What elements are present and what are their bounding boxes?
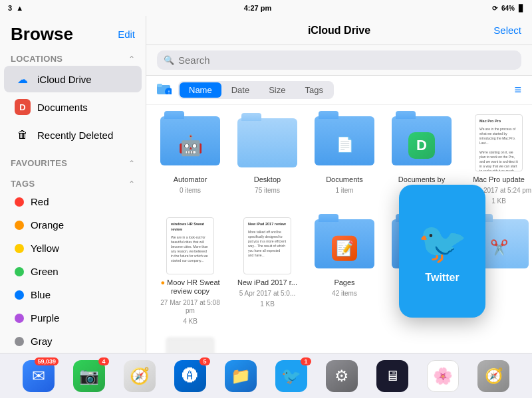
favourites-chevron-icon[interactable]: ⌃ — [128, 159, 135, 168]
sidebar-item-documents[interactable]: D Documents — [4, 94, 142, 120]
file-item-desktop[interactable]: Desktop 75 items — [234, 113, 301, 205]
orange-label: Orange — [31, 219, 64, 231]
sort-tab-tags[interactable]: Tags — [295, 82, 332, 98]
red-tag-dot — [15, 197, 24, 207]
twitter-badge: 1 — [301, 357, 311, 365]
twitter-card-label: Twitter — [425, 272, 459, 284]
pages-icon-wrapper: 📝 — [311, 216, 378, 276]
dock-item-mail[interactable]: ✉ 59,039 — [23, 360, 55, 392]
purple-label: Purple — [31, 312, 59, 324]
folder-upload-icon[interactable]: ↑ — [157, 82, 172, 98]
status-time: 4:27 pm — [244, 4, 272, 12]
file-item-blurred[interactable]: at 4:05 pm — [157, 336, 223, 353]
content-header: iCloud Drive Select — [146, 16, 532, 45]
ipad-meta1: 5 Apr 2017 at 5:0... — [239, 290, 296, 298]
moov-thumb: windows HR Sweat review We are in a look… — [166, 217, 214, 274]
documents-folder-icon-wrapper: 📄 — [311, 113, 378, 173]
blurred-icon-wrapper — [157, 336, 223, 353]
safari2-icon: 🧭 — [477, 360, 509, 392]
desktop-meta: 75 items — [255, 187, 280, 195]
sidebar-item-red[interactable]: Red — [4, 191, 142, 213]
battery-icon: ▊ — [519, 5, 524, 12]
sidebar-item-purple[interactable]: Purple — [4, 307, 142, 329]
dock-item-appstore[interactable]: 🅐 5 — [174, 360, 206, 392]
file-item-pages[interactable]: 📝 Pages 42 items — [311, 216, 378, 325]
mac-pro-meta2: 1 KB — [491, 197, 506, 205]
desktop-name: Desktop — [254, 175, 281, 184]
locations-label: Locations — [11, 54, 63, 64]
documents-folder-meta: 1 item — [335, 187, 353, 195]
file-item-moov[interactable]: windows HR Sweat review We are in a look… — [157, 216, 223, 325]
documents-folder-name: Documents — [326, 175, 363, 184]
ipad-thumb: New iPad 2017 review More talked off and… — [243, 217, 291, 274]
sidebar-edit-button[interactable]: Edit — [118, 29, 135, 40]
file-item-automator[interactable]: 🤖 Automator 0 items — [157, 113, 223, 205]
ipad-icon-wrapper: New iPad 2017 review More talked off and… — [234, 216, 301, 276]
trash-icon: 🗑 — [15, 127, 31, 143]
favourites-section-header: Favourites ⌃ — [0, 154, 146, 169]
red-label: Red — [31, 196, 49, 207]
sort-tab-name[interactable]: Name — [180, 82, 221, 98]
dock-item-safari2[interactable]: 🧭 — [477, 360, 509, 392]
rotation-icon: ⟳ — [492, 5, 497, 12]
carrier-label: 3 — [8, 4, 12, 12]
dock-item-settings[interactable]: ⚙ — [326, 360, 358, 392]
sort-tab-size[interactable]: Size — [259, 82, 295, 98]
sidebar-title: Browse — [11, 24, 73, 45]
svg-text:↑: ↑ — [168, 88, 171, 94]
file-item-ipad[interactable]: New iPad 2017 review More talked off and… — [234, 216, 301, 325]
dock-item-screenium[interactable]: 🖥 — [376, 360, 408, 392]
content-area: iCloud Drive Select 🔍 ↑ — [146, 16, 532, 353]
search-bar: 🔍 — [146, 45, 532, 76]
status-left: 3 ▲ — [8, 4, 23, 12]
blue-tag-dot — [15, 290, 24, 300]
dock-item-facetime[interactable]: 📷 4 — [73, 360, 105, 392]
locations-section-header: Locations ⌃ — [0, 50, 146, 65]
sidebar-item-blue[interactable]: Blue — [4, 284, 142, 306]
search-input[interactable] — [178, 54, 515, 66]
tags-section-header: Tags ⌃ — [0, 175, 146, 190]
dock-item-files[interactable]: 📁 — [225, 360, 257, 392]
pages-meta: 42 items — [332, 290, 357, 298]
desktop-icon-wrapper — [234, 113, 301, 173]
icloud-icon: ☁ — [15, 71, 31, 87]
select-button[interactable]: Select — [493, 25, 521, 36]
tags-chevron-icon[interactable]: ⌃ — [128, 179, 135, 189]
purple-tag-dot — [15, 314, 24, 323]
automator-meta: 0 items — [180, 187, 201, 195]
moov-meta1: 27 Mar 2017 at 5:08 pm — [157, 299, 223, 315]
tags-label: Tags — [11, 179, 35, 189]
svg-rect-1 — [157, 84, 162, 87]
dock-item-photos[interactable]: 🌸 — [427, 360, 459, 392]
dock-item-safari[interactable]: 🧭 — [124, 360, 156, 392]
green-tag-dot — [15, 267, 24, 276]
blue-label: Blue — [31, 289, 51, 300]
wifi-icon: ▲ — [16, 4, 23, 12]
sidebar-item-orange[interactable]: Orange — [4, 214, 142, 236]
dock-item-twitter[interactable]: 🐦 1 — [275, 360, 307, 392]
ipad-name: New iPad 2017 r... — [237, 278, 297, 287]
sort-tabs: Name Date Size Tags — [178, 81, 334, 99]
mail-badge: 59,039 — [35, 357, 59, 365]
sidebar-item-green[interactable]: Green — [4, 260, 142, 282]
file-item-documents-folder[interactable]: 📄 Documents 1 item — [311, 113, 378, 205]
sidebar-item-recently-deleted[interactable]: 🗑 Recently Deleted — [4, 122, 142, 148]
documents-icon: D — [15, 99, 31, 115]
files-icon: 📁 — [225, 360, 257, 392]
mac-pro-icon-wrapper: Mac Pro Pro We are in the process of wha… — [466, 113, 532, 173]
automator-name: Automator — [174, 175, 207, 184]
sort-tab-date[interactable]: Date — [222, 82, 259, 98]
status-bar: 3 ▲ 4:27 pm ⟳ 64% ▊ — [0, 0, 532, 16]
sidebar-item-yellow[interactable]: Yellow — [4, 237, 142, 259]
sidebar-header: Browse Edit — [0, 16, 146, 50]
twitter-card[interactable]: 🐦 Twitter — [399, 185, 485, 318]
gray-label: Gray — [31, 336, 53, 347]
mac-pro-thumb: Mac Pro Pro We are in the process of wha… — [475, 114, 523, 171]
sidebar-item-gray[interactable]: Gray — [4, 330, 142, 352]
search-input-wrapper[interactable]: 🔍 — [157, 50, 521, 70]
locations-chevron-icon[interactable]: ⌃ — [128, 54, 135, 64]
sidebar-item-icloud[interactable]: ☁ iCloud Drive — [4, 66, 142, 92]
list-view-icon[interactable]: ≡ — [514, 83, 521, 97]
moov-icon-wrapper: windows HR Sweat review We are in a look… — [157, 216, 223, 276]
sort-bar: ↑ Name Date Size Tags ≡ — [146, 76, 532, 105]
